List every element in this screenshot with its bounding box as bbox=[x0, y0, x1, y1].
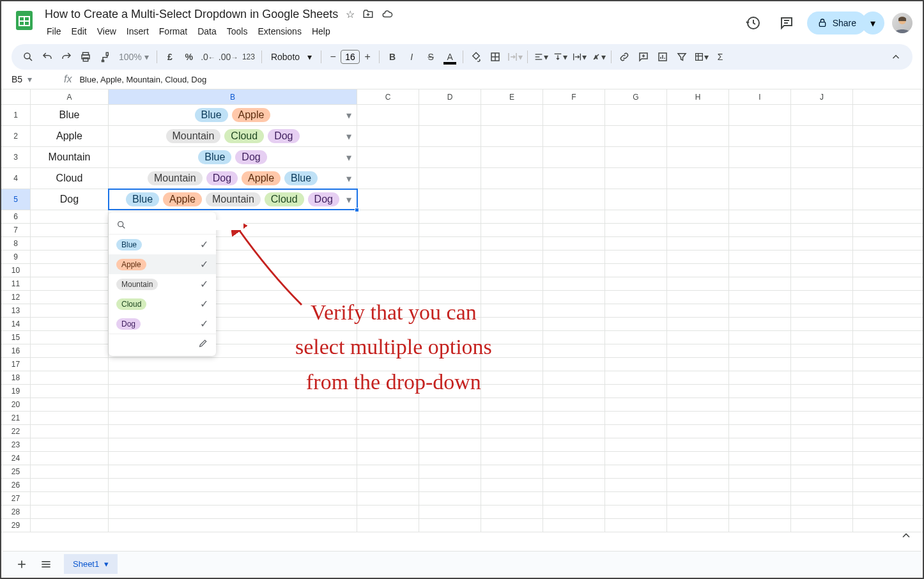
cell[interactable] bbox=[543, 412, 605, 424]
row-header[interactable]: 18 bbox=[1, 371, 31, 384]
cell[interactable] bbox=[667, 425, 729, 438]
cell[interactable] bbox=[605, 291, 667, 304]
menu-tools[interactable]: Tools bbox=[222, 24, 252, 39]
cell[interactable] bbox=[791, 189, 853, 210]
row-header[interactable]: 16 bbox=[1, 344, 31, 357]
cell[interactable] bbox=[605, 277, 667, 290]
cell[interactable] bbox=[543, 358, 605, 371]
cell[interactable] bbox=[357, 210, 419, 223]
cell[interactable] bbox=[31, 371, 109, 384]
cell[interactable] bbox=[419, 371, 481, 384]
cell[interactable] bbox=[31, 331, 109, 344]
cell[interactable] bbox=[481, 506, 543, 518]
cell[interactable] bbox=[667, 318, 729, 330]
cell[interactable] bbox=[605, 189, 667, 210]
cell[interactable] bbox=[31, 506, 109, 518]
menu-data[interactable]: Data bbox=[193, 24, 221, 39]
cell[interactable] bbox=[605, 492, 667, 505]
cell[interactable] bbox=[357, 304, 419, 317]
cell[interactable] bbox=[791, 264, 853, 277]
cell[interactable] bbox=[357, 237, 419, 250]
share-button[interactable]: Share bbox=[807, 12, 866, 35]
cell[interactable] bbox=[729, 237, 791, 250]
cell[interactable] bbox=[543, 224, 605, 236]
menu-help[interactable]: Help bbox=[307, 24, 335, 39]
cell[interactable] bbox=[357, 519, 419, 532]
cell[interactable] bbox=[605, 237, 667, 250]
row-header[interactable]: 11 bbox=[1, 277, 31, 290]
col-header-B[interactable]: B bbox=[109, 89, 357, 104]
cell[interactable] bbox=[481, 492, 543, 505]
cell[interactable] bbox=[605, 412, 667, 424]
cell[interactable] bbox=[419, 210, 481, 223]
cell[interactable] bbox=[543, 398, 605, 411]
cell[interactable] bbox=[791, 371, 853, 384]
cell[interactable] bbox=[791, 358, 853, 371]
cell[interactable] bbox=[109, 479, 357, 491]
cell[interactable] bbox=[357, 371, 419, 384]
cell[interactable] bbox=[481, 210, 543, 223]
cell[interactable] bbox=[357, 492, 419, 505]
cell[interactable] bbox=[109, 506, 357, 518]
cell[interactable] bbox=[357, 344, 419, 357]
cell[interactable] bbox=[791, 438, 853, 451]
star-icon[interactable]: ☆ bbox=[346, 8, 355, 20]
cell[interactable] bbox=[419, 452, 481, 465]
cell[interactable] bbox=[667, 385, 729, 398]
cell[interactable] bbox=[357, 126, 419, 146]
percent-icon[interactable]: % bbox=[180, 48, 198, 66]
cell[interactable] bbox=[667, 147, 729, 167]
col-header-C[interactable]: C bbox=[357, 89, 419, 104]
print-icon[interactable] bbox=[77, 48, 95, 66]
cell[interactable] bbox=[419, 264, 481, 277]
cell[interactable] bbox=[357, 105, 419, 125]
cell[interactable] bbox=[729, 398, 791, 411]
comment-icon[interactable] bbox=[774, 10, 799, 36]
cell[interactable] bbox=[729, 344, 791, 357]
row-header[interactable]: 9 bbox=[1, 251, 31, 263]
cell[interactable] bbox=[729, 492, 791, 505]
cell[interactable] bbox=[543, 479, 605, 491]
cell[interactable] bbox=[481, 398, 543, 411]
col-header-H[interactable]: H bbox=[667, 89, 729, 104]
cell[interactable] bbox=[357, 398, 419, 411]
menu-format[interactable]: Format bbox=[155, 24, 192, 39]
cell[interactable] bbox=[791, 465, 853, 478]
cell[interactable] bbox=[419, 412, 481, 424]
row-header[interactable]: 21 bbox=[1, 412, 31, 424]
cell[interactable] bbox=[357, 277, 419, 290]
rotate-icon[interactable]: A▾ bbox=[589, 48, 607, 66]
cell[interactable] bbox=[543, 291, 605, 304]
cell[interactable] bbox=[605, 344, 667, 357]
cell[interactable] bbox=[667, 251, 729, 263]
cell[interactable] bbox=[543, 251, 605, 263]
cell[interactable] bbox=[419, 147, 481, 167]
cell[interactable] bbox=[791, 479, 853, 491]
cell[interactable] bbox=[31, 438, 109, 451]
add-sheet-button[interactable] bbox=[15, 558, 28, 571]
cell[interactable] bbox=[109, 519, 357, 532]
cell[interactable] bbox=[791, 237, 853, 250]
v-align-icon[interactable]: ▾ bbox=[551, 48, 569, 66]
cell[interactable] bbox=[481, 224, 543, 236]
cell[interactable] bbox=[357, 168, 419, 189]
cell[interactable]: Dog bbox=[31, 189, 109, 210]
cell[interactable] bbox=[667, 291, 729, 304]
cell[interactable] bbox=[791, 147, 853, 167]
cell[interactable] bbox=[543, 264, 605, 277]
cell[interactable] bbox=[419, 251, 481, 263]
chevron-down-icon[interactable]: ▾ bbox=[346, 194, 351, 206]
cell[interactable] bbox=[31, 291, 109, 304]
cell[interactable] bbox=[481, 412, 543, 424]
cell[interactable] bbox=[481, 251, 543, 263]
cell[interactable] bbox=[357, 506, 419, 518]
cell[interactable] bbox=[605, 105, 667, 125]
cell[interactable] bbox=[791, 210, 853, 223]
row-header[interactable]: 27 bbox=[1, 492, 31, 505]
menu-extensions[interactable]: Extensions bbox=[253, 24, 305, 39]
cell[interactable] bbox=[729, 358, 791, 371]
cell[interactable] bbox=[419, 506, 481, 518]
more-formats-icon[interactable]: 123 bbox=[240, 48, 258, 66]
cell[interactable] bbox=[605, 251, 667, 263]
cell[interactable] bbox=[419, 331, 481, 344]
